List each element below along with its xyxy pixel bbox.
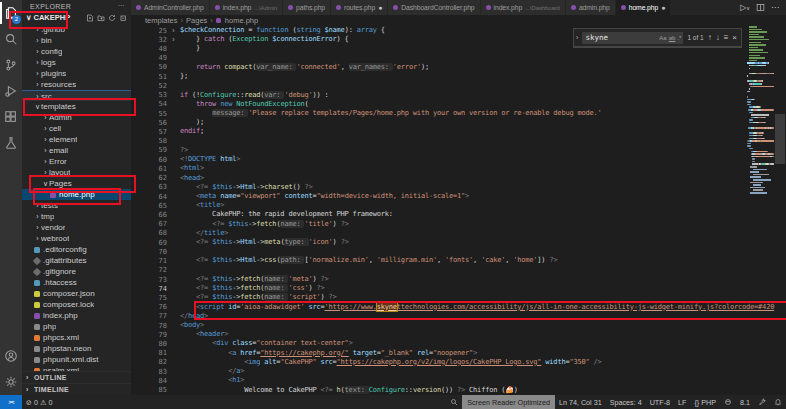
chevron-right-icon[interactable]: › <box>42 114 49 121</box>
extensions-icon[interactable] <box>0 104 22 130</box>
code-line-49[interactable]: 49 <box>131 54 786 63</box>
tree-item-webroot[interactable]: ›webroot <box>22 233 131 244</box>
tree-item-logs[interactable]: ›logs <box>22 57 131 68</box>
code-line-52[interactable]: 52 <box>131 81 786 90</box>
close-find-icon[interactable]: × <box>732 34 737 42</box>
tab-home.php[interactable]: home.php● <box>616 0 672 15</box>
tree-item-phpstan.neon[interactable]: phpstan.neon <box>22 343 131 354</box>
tree-item-.gitignore[interactable]: .gitignore <box>22 266 131 277</box>
tree-item-element[interactable]: ›element <box>22 134 131 145</box>
settings-gear-icon[interactable] <box>0 369 22 395</box>
explorer-more-icon[interactable]: ⋯ <box>118 2 125 10</box>
code-line-51[interactable]: 51}; <box>131 72 786 81</box>
chevron-right-icon[interactable]: › <box>34 59 41 66</box>
chevron-right-icon[interactable]: › <box>42 158 49 165</box>
code-line-55[interactable]: 55 message: 'Please replace templates/Pa… <box>131 109 786 118</box>
tree-item-composer.json[interactable]: composer.json <box>22 288 131 299</box>
code-line-56[interactable]: 56 ); <box>131 118 786 127</box>
chevron-right-icon[interactable]: › <box>34 93 41 100</box>
chevron-right-icon[interactable]: › <box>34 81 41 88</box>
tree-item-composer.lock[interactable]: composer.lock <box>22 299 131 310</box>
tab-routes.php[interactable]: routes.php● <box>331 0 388 15</box>
tree-item-.github[interactable]: ›.github <box>22 24 131 35</box>
chevron-right-icon[interactable]: › <box>34 224 41 231</box>
tree-item-.htaccess[interactable]: .htaccess <box>22 277 131 288</box>
chevron-right-icon[interactable]: › <box>34 48 41 55</box>
explorer-icon[interactable]: 2 <box>0 0 22 26</box>
code-line-67[interactable]: 67 <?= $this->fetch(name: 'title') ?> <box>131 220 786 229</box>
editor-more-actions-icon[interactable]: ⋯ <box>771 3 779 12</box>
tree-item-src[interactable]: ›src <box>22 90 131 101</box>
refresh-icon[interactable] <box>108 14 116 22</box>
timeline-section[interactable]: ›TIMELINE <box>22 383 131 395</box>
code-line-62[interactable]: 62<head> <box>131 174 786 183</box>
code-line-75[interactable]: 75 <?= $this->fetch(name: 'script') ?> <box>131 293 786 302</box>
wrench-icon[interactable] <box>754 398 770 406</box>
modified-dot-icon[interactable]: ● <box>661 5 665 11</box>
language-mode-status[interactable]: {} PHP <box>690 398 720 407</box>
find-previous-icon[interactable]: ↑ <box>708 34 712 42</box>
code-line-63[interactable]: 63 <?= $this->Html->charset() ?> <box>131 183 786 192</box>
chevron-right-icon[interactable]: › <box>34 37 41 44</box>
cursor-position-status[interactable]: Ln 74, Col 31 <box>555 398 606 407</box>
chevron-right-icon[interactable]: › <box>34 26 41 33</box>
tree-item-Error[interactable]: ›Error <box>22 156 131 167</box>
fold-expand-icon[interactable]: › <box>167 27 180 34</box>
find-in-selection-icon[interactable]: ≡ <box>724 34 729 42</box>
find-next-icon[interactable]: ↓ <box>716 34 720 42</box>
code-line-84[interactable]: 84 <h1> <box>131 376 786 385</box>
code-line-69[interactable]: 69 <?= $this->Html->meta(type: 'icon') ?… <box>131 238 786 247</box>
code-line-60[interactable]: 60<!DOCTYPE html> <box>131 155 786 164</box>
code-line-83[interactable]: 83 </a> <box>131 367 786 376</box>
code-line-82[interactable]: 82 <img alt="CakePHP" src="https://cakep… <box>131 358 786 367</box>
code-line-54[interactable]: 54 throw new NotFoundException( <box>131 100 786 109</box>
testing-icon[interactable] <box>0 130 22 156</box>
code-line-65[interactable]: 65 <title> <box>131 201 786 210</box>
tree-item-php[interactable]: php <box>22 321 131 332</box>
tree-item-tmp[interactable]: ›tmp <box>22 211 131 222</box>
accounts-icon[interactable] <box>0 343 22 369</box>
tree-item-Pages[interactable]: ∨Pages <box>22 178 131 189</box>
tab-index.php[interactable]: index.php...\Dashboard <box>481 0 566 15</box>
tree-item-.gitattributes[interactable]: .gitattributes <box>22 255 131 266</box>
code-line-78[interactable]: 78<body> <box>131 321 786 330</box>
code-line-70[interactable]: 70 <box>131 247 786 256</box>
search-icon[interactable] <box>0 26 22 52</box>
code-line-72[interactable]: 72 <box>131 266 786 275</box>
collapse-all-icon[interactable] <box>119 14 127 22</box>
find-input[interactable]: skyne Aa ab .* <box>582 32 683 44</box>
chevron-right-icon[interactable]: › <box>42 136 49 143</box>
code-line-77[interactable]: 77</head> <box>131 312 786 321</box>
code-line-85[interactable]: 85 Welcome to CakePHP <?= h(text: Config… <box>131 386 786 395</box>
tab-admin.php[interactable]: admin.php <box>566 0 616 15</box>
code-line-80[interactable]: 80 <div class="container text-center"> <box>131 339 786 348</box>
tree-item-tests[interactable]: ›tests <box>22 200 131 211</box>
whole-word-icon[interactable]: ab <box>669 35 676 41</box>
tree-item-config[interactable]: ›config <box>22 46 131 57</box>
encoding-status[interactable]: UTF-8 <box>646 398 674 407</box>
code-line-74[interactable]: 74 <?= $this->fetch(name: 'css') ?> <box>131 284 786 293</box>
chevron-right-icon[interactable]: › <box>34 235 41 242</box>
tree-item-.editorconfig[interactable]: .editorconfig <box>22 244 131 255</box>
code-line-61[interactable]: 61<html> <box>131 164 786 173</box>
problems-status[interactable]: ⊘ 0 ⚠ 0 <box>22 398 56 407</box>
chevron-right-icon[interactable]: › <box>34 213 41 220</box>
chevron-right-icon[interactable]: › <box>42 147 49 154</box>
code-line-68[interactable]: 68 </title> <box>131 229 786 238</box>
tree-item-phpunit.xml.dist[interactable]: phpunit.xml.dist <box>22 354 131 365</box>
scrollbar[interactable] <box>774 26 786 395</box>
match-case-icon[interactable]: Aa <box>659 35 666 41</box>
toggle-replace-icon[interactable]: › <box>576 33 579 42</box>
code-line-73[interactable]: 73 <?= $this->fetch(name: 'meta') ?> <box>131 275 786 284</box>
code-editor[interactable]: 25›$checkConnection = function (string $… <box>131 26 786 395</box>
chevron-down-icon[interactable]: ∨ <box>42 180 49 188</box>
fold-expand-icon[interactable]: › <box>167 36 180 43</box>
tab-DashboardController.php[interactable]: DashboardController.php <box>388 0 480 15</box>
status-search-icon[interactable] <box>446 398 462 406</box>
tree-item-layout[interactable]: ›layout <box>22 167 131 178</box>
tree-item-cell[interactable]: ›cell <box>22 123 131 134</box>
code-line-64[interactable]: 64 <meta name="viewport" content="width=… <box>131 192 786 201</box>
code-line-59[interactable]: 59?> <box>131 146 786 155</box>
tree-item-vendor[interactable]: ›vendor <box>22 222 131 233</box>
modified-dot-icon[interactable]: ● <box>378 5 382 11</box>
